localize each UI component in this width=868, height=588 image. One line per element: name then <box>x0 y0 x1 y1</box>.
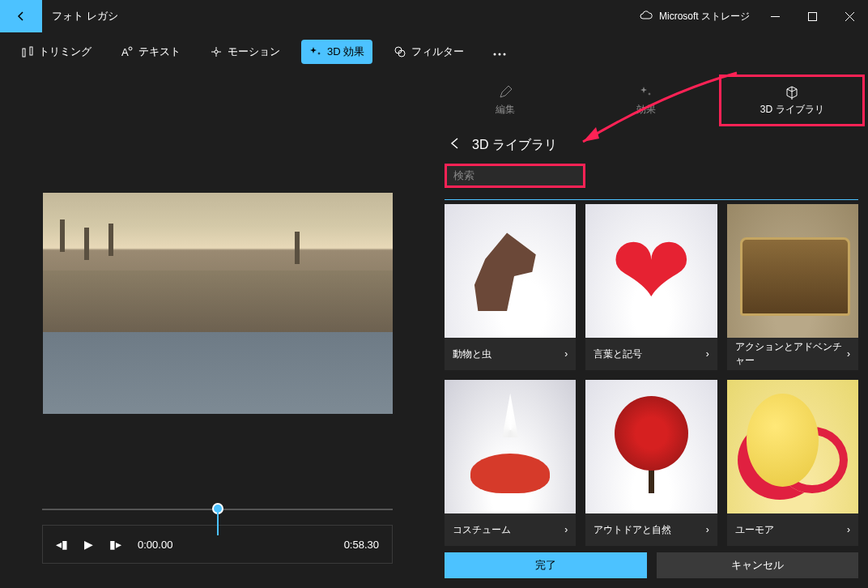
panel-tabs: 編集 効果 3D ライブラリ <box>435 71 868 130</box>
category-label: コスチューム <box>453 523 511 537</box>
category-thumb <box>585 380 717 513</box>
category-thumb <box>727 204 858 338</box>
storage-label: Microsoft ストレージ <box>659 10 750 23</box>
category-label: アウトドアと自然 <box>594 523 671 537</box>
filter-tool[interactable]: フィルター <box>385 40 472 64</box>
category-card[interactable]: 動物と虫› <box>445 204 576 370</box>
minimize-button[interactable] <box>756 0 794 32</box>
titlebar: フォト レガシ Microsoft ストレージ <box>0 0 868 32</box>
svg-rect-1 <box>23 49 25 57</box>
category-card[interactable]: 言葉と記号› <box>585 204 717 370</box>
done-button[interactable]: 完了 <box>445 552 647 578</box>
trim-label: トリミング <box>39 45 91 59</box>
category-thumb <box>727 380 858 513</box>
chevron-right-icon: › <box>847 524 850 535</box>
svg-point-8 <box>494 53 496 56</box>
category-thumb <box>445 204 576 338</box>
sparkles-icon <box>639 85 653 100</box>
search-input[interactable]: 検索 <box>445 164 585 188</box>
svg-point-10 <box>504 53 506 56</box>
content-area: ◂▮ ▶ ▮▸ 0:00.00 0:58.30 編集 効果 3D ライブラリ <box>0 71 868 588</box>
tab-3d-library[interactable]: 3D ライブラリ <box>719 75 865 126</box>
close-button[interactable] <box>831 0 868 32</box>
category-thumb <box>445 380 576 513</box>
category-label: アクションとアドベンチャー <box>735 340 847 368</box>
editor-toolbar: トリミング A テキスト モーション 3D 効果 フィルター <box>0 32 868 71</box>
svg-point-5 <box>215 50 218 53</box>
total-time: 0:58.30 <box>344 539 379 551</box>
text-icon: A <box>121 45 134 58</box>
current-time: 0:00.00 <box>138 539 172 551</box>
cloud-icon <box>640 10 653 23</box>
chevron-right-icon: › <box>564 348 568 360</box>
category-grid: 動物と虫› 言葉と記号› アクションとアドベンチャー› コスチューム› アウトド… <box>435 204 868 546</box>
svg-point-9 <box>499 53 501 56</box>
chevron-right-icon: › <box>706 348 709 360</box>
next-frame-button[interactable]: ▮▸ <box>109 538 121 551</box>
preview-pane: ◂▮ ▶ ▮▸ 0:00.00 0:58.30 <box>0 71 435 588</box>
category-thumb <box>585 204 717 338</box>
chevron-right-icon: › <box>847 348 850 360</box>
trim-icon <box>21 45 34 58</box>
trim-tool[interactable]: トリミング <box>13 40 100 64</box>
motion-icon <box>210 45 223 58</box>
motion-label: モーション <box>228 45 280 59</box>
text-tool[interactable]: A テキスト <box>113 40 189 64</box>
cube-icon <box>785 85 799 100</box>
chevron-right-icon: › <box>564 524 568 535</box>
filter-label: フィルター <box>411 45 464 59</box>
chevron-right-icon: › <box>706 524 709 535</box>
tab-edit-label: 編集 <box>496 103 515 117</box>
sparkle-icon <box>309 45 322 58</box>
category-card[interactable]: ユーモア› <box>727 380 858 546</box>
category-label: 言葉と記号 <box>594 347 642 361</box>
scrub-bar[interactable] <box>42 499 393 518</box>
3d-effects-tool[interactable]: 3D 効果 <box>301 40 372 64</box>
category-card[interactable]: コスチューム› <box>445 380 576 546</box>
3d-effects-label: 3D 効果 <box>327 45 364 59</box>
dots-icon <box>493 53 506 56</box>
category-card[interactable]: アクションとアドベンチャー› <box>727 204 858 370</box>
search-placeholder: 検索 <box>453 168 474 183</box>
tab-effects-label: 効果 <box>636 103 656 117</box>
video-preview[interactable] <box>43 193 393 414</box>
more-button[interactable] <box>485 40 514 64</box>
svg-text:A: A <box>121 46 129 58</box>
prev-frame-button[interactable]: ◂▮ <box>56 538 68 551</box>
tab-3d-library-label: 3D ライブラリ <box>760 103 824 117</box>
motion-tool[interactable]: モーション <box>202 40 288 64</box>
window-controls <box>756 0 868 32</box>
app-title: フォト レガシ <box>52 9 118 23</box>
storage-indicator[interactable]: Microsoft ストレージ <box>640 10 750 23</box>
side-panel: 編集 効果 3D ライブラリ 3D ライブラリ 検索 動物と虫› <box>435 71 868 588</box>
pencil-icon <box>498 85 513 100</box>
filter-icon <box>394 45 406 58</box>
category-label: 動物と虫 <box>453 347 491 361</box>
panel-footer: 完了 キャンセル <box>445 552 858 578</box>
playback-controls: ◂▮ ▶ ▮▸ 0:00.00 0:58.30 <box>42 499 393 564</box>
tab-edit[interactable]: 編集 <box>435 71 576 130</box>
panel-back-button[interactable] <box>448 136 462 154</box>
text-label: テキスト <box>138 45 181 59</box>
svg-point-4 <box>129 47 132 50</box>
svg-rect-2 <box>30 47 32 55</box>
maximize-button[interactable] <box>794 0 831 32</box>
tab-effects[interactable]: 効果 <box>576 71 717 130</box>
panel-title: 3D ライブラリ <box>472 137 557 154</box>
panel-header: 3D ライブラリ <box>435 130 868 160</box>
back-button[interactable] <box>0 0 42 32</box>
category-label: ユーモア <box>735 523 774 537</box>
svg-rect-0 <box>808 12 816 20</box>
cancel-button[interactable]: キャンセル <box>657 552 859 578</box>
arrow-left-icon <box>448 136 462 151</box>
play-button[interactable]: ▶ <box>84 538 93 551</box>
category-card[interactable]: アウトドアと自然› <box>585 380 717 546</box>
search-underline <box>445 199 858 200</box>
